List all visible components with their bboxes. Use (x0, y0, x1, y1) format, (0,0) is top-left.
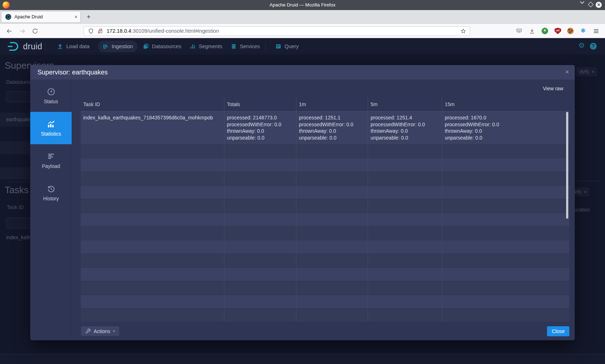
column-header-5m[interactable]: 5m (368, 97, 442, 111)
chart-icon (47, 120, 55, 128)
url-host: 172.18.0.4 (107, 28, 131, 34)
containers-extension-icon[interactable]: ✱ (580, 28, 586, 34)
insecure-lock-icon[interactable] (97, 28, 103, 34)
browser-tab[interactable]: Apache Druid × (1, 12, 80, 22)
totals-cell: processed: 2148773.0 processedWithError:… (224, 112, 296, 144)
nav-item-datasources[interactable]: Datasources (138, 41, 186, 52)
datasource-filter-label: Datasource (6, 79, 32, 85)
ublock-origin-icon[interactable]: uO (555, 28, 561, 34)
table-scrollbar[interactable] (566, 112, 568, 219)
view-raw-link[interactable]: View raw (543, 86, 563, 91)
menu-hamburger-icon[interactable] (593, 28, 599, 34)
druid-favicon-icon (5, 14, 11, 20)
help-icon[interactable]: ? (590, 43, 597, 50)
1m-cell: processed: 1251.1 processedWithError: 0.… (296, 112, 368, 144)
table-row[interactable] (81, 267, 569, 281)
browser-toolbar: 172.18.0.4:30109/unified-console.html#in… (0, 24, 605, 38)
table-row[interactable] (81, 308, 569, 322)
section-divider (6, 182, 30, 182)
table-header-row: Task ID Totals 1m 5m 15m (81, 97, 569, 112)
ingestion-icon (103, 44, 108, 49)
chevron-down-icon: ▾ (584, 190, 586, 194)
supervisor-dialog: Supervisor: earthquakes × Status Statist… (30, 65, 575, 340)
table-row[interactable] (81, 144, 569, 158)
nav-item-query[interactable]: Query (271, 41, 304, 52)
nav-item-load-data[interactable]: Load data (53, 41, 94, 52)
tab-bar: Apache Druid × + (0, 10, 605, 24)
column-header-totals[interactable]: Totals (224, 97, 296, 111)
nav-item-ingestion[interactable]: Ingestion (98, 41, 138, 52)
extension-green-icon[interactable] (542, 28, 548, 34)
table-row[interactable] (81, 226, 569, 240)
navbar-divider (45, 42, 46, 51)
datasources-icon (143, 44, 149, 49)
table-row[interactable] (81, 172, 569, 185)
table-row[interactable] (81, 158, 569, 172)
druid-brand[interactable]: druid (7, 41, 42, 52)
url-text[interactable]: 172.18.0.4:30109/unified-console.html#in… (107, 27, 219, 36)
table-row[interactable] (81, 281, 569, 295)
empty-rows (81, 144, 569, 322)
tab-statistics[interactable]: Statistics (30, 112, 72, 144)
column-header-task-id[interactable]: Task ID (81, 97, 224, 111)
forward-icon[interactable] (19, 28, 26, 34)
pocket-icon[interactable] (516, 28, 522, 34)
window-titlebar: Apache Druid — Mozilla Firefox ✕ (0, 0, 605, 10)
table-row[interactable] (81, 185, 569, 199)
nav-item-services[interactable]: Services (226, 41, 265, 52)
wrench-icon (85, 328, 91, 334)
window-close-icon[interactable]: ✕ (596, 2, 602, 8)
url-path: :30109/unified-console.html#ingestion (131, 28, 219, 34)
query-icon (275, 44, 281, 49)
back-icon[interactable] (6, 28, 12, 34)
5m-cell: processed: 1251.4 processedWithError: 0.… (368, 112, 442, 144)
table-row[interactable] (81, 213, 569, 226)
task-id-column-label: Task ID (7, 204, 24, 210)
table-row[interactable] (81, 240, 569, 254)
supervisors-count-dropdown[interactable]: (5/5) ▾ (576, 67, 597, 76)
dialog-side-tabs: Status Statistics Payload History (30, 79, 72, 340)
dialog-title: Supervisor: earthquakes (37, 65, 108, 79)
window-minimize-icon[interactable] (580, 1, 584, 4)
segments-icon (190, 44, 196, 49)
table-row[interactable]: index_kafka_earthquakes_7184357396d6c0a_… (81, 112, 569, 144)
navbar-divider (265, 42, 266, 51)
column-header-15m[interactable]: 15m (442, 97, 569, 111)
tracking-shield-icon[interactable] (88, 28, 94, 34)
downloads-icon[interactable] (529, 28, 535, 34)
footer-strip (0, 354, 605, 364)
druid-wordmark: druid (23, 42, 42, 51)
dialog-close-icon[interactable]: × (565, 65, 569, 79)
druid-logo-icon (7, 41, 20, 52)
tab-close-icon[interactable]: × (75, 12, 77, 22)
reload-icon[interactable] (32, 28, 38, 34)
table-row[interactable] (81, 254, 569, 267)
new-tab-button[interactable]: + (84, 12, 94, 22)
tab-payload[interactable]: Payload (30, 144, 72, 177)
gauge-icon (47, 87, 55, 96)
druid-navbar: druid Load data Ingestion Datasources Se… (0, 38, 605, 55)
close-button[interactable]: Close (547, 326, 569, 336)
bookmark-star-icon[interactable] (460, 28, 466, 34)
window-title: Apache Druid — Mozilla Firefox (0, 0, 605, 10)
history-clock-icon (47, 185, 55, 193)
column-header-1m[interactable]: 1m (296, 97, 368, 111)
align-left-icon (47, 152, 55, 161)
nav-item-segments[interactable]: Segments (185, 41, 227, 52)
settings-gear-icon[interactable]: ⚙ (578, 41, 585, 50)
table-row[interactable] (81, 295, 569, 308)
url-bar[interactable]: 172.18.0.4:30109/unified-console.html#in… (84, 26, 470, 36)
dialog-footer: Actions ▾ Close (81, 322, 569, 340)
tab-title: Apache Druid (14, 12, 43, 22)
datasource-cell: earthquakes (6, 117, 34, 122)
services-icon (231, 44, 237, 49)
tab-status[interactable]: Status (30, 79, 72, 112)
tab-history[interactable]: History (30, 177, 72, 209)
chevron-down-icon: ▾ (592, 70, 594, 74)
15m-cell: processed: 1670.0 processedWithError: 0.… (442, 112, 569, 144)
load-data-icon (57, 44, 63, 49)
cookie-extension-icon[interactable] (567, 28, 574, 34)
statistics-table: Task ID Totals 1m 5m 15m index_kafka_ear… (81, 97, 569, 322)
table-row[interactable] (81, 199, 569, 213)
actions-button[interactable]: Actions ▾ (81, 326, 120, 336)
